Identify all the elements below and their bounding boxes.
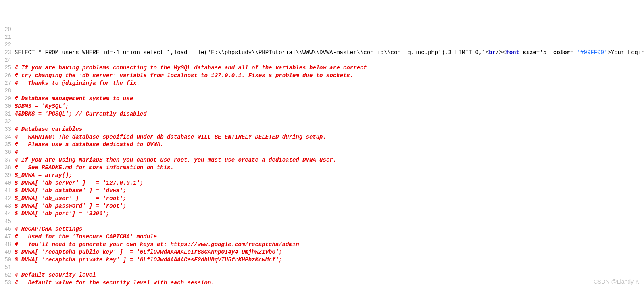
code-line[interactable] bbox=[15, 41, 644, 49]
line-number: 38 bbox=[0, 164, 11, 172]
line-number: 48 bbox=[0, 241, 11, 248]
line-number: 31 bbox=[0, 110, 11, 118]
line-number: 23 bbox=[0, 49, 11, 57]
line-number: 20 bbox=[0, 26, 11, 34]
code-token: $_DVWA[ 'db_user' ] = 'root'; bbox=[15, 195, 126, 202]
code-line[interactable] bbox=[15, 57, 644, 64]
code-token: >Your Login name: bbox=[607, 49, 644, 56]
code-token: # Thanks to @digininja for the fix. bbox=[15, 80, 140, 86]
code-line[interactable]: # Used for the 'Insecure CAPTCHA' module bbox=[15, 233, 644, 241]
code-token: # WARNING: The database specified under … bbox=[15, 134, 326, 140]
code-line[interactable]: # Please use a database dedicated to DVW… bbox=[15, 141, 644, 149]
line-number: 37 bbox=[0, 156, 11, 164]
code-line[interactable]: $_DVWA[ 'recaptcha_private_key' ] = '6Lf… bbox=[15, 256, 644, 264]
line-number: 26 bbox=[0, 72, 11, 80]
line-number: 33 bbox=[0, 126, 11, 133]
code-line[interactable] bbox=[15, 264, 644, 271]
line-number: 53 bbox=[0, 279, 11, 287]
line-number: 42 bbox=[0, 195, 11, 202]
line-number: 52 bbox=[0, 271, 11, 279]
line-number: 29 bbox=[0, 95, 11, 103]
line-number: 46 bbox=[0, 225, 11, 233]
line-number: 22 bbox=[0, 41, 11, 49]
line-number: 44 bbox=[0, 210, 11, 218]
code-line[interactable]: $DBMS = 'MySQL'; bbox=[15, 103, 644, 110]
line-number: 45 bbox=[0, 218, 11, 225]
code-line[interactable] bbox=[15, 87, 644, 95]
code-token: $_DVWA[ 'recaptcha_public_key' ] = '6Lfl… bbox=[15, 249, 282, 255]
code-area[interactable]: SELECT * FROM users WHERE id=-1 union se… bbox=[15, 26, 644, 288]
line-number: 40 bbox=[0, 179, 11, 187]
code-token bbox=[519, 49, 523, 56]
line-number: 51 bbox=[0, 264, 11, 271]
code-token: color bbox=[553, 49, 570, 56]
line-number: 36 bbox=[0, 149, 11, 156]
code-token: # If you are having problems connecting … bbox=[15, 65, 367, 71]
code-token: #$DBMS = 'PGSQL'; // Currently disabled bbox=[15, 111, 147, 117]
code-line[interactable]: $_DVWA[ 'db_password' ] = 'root'; bbox=[15, 202, 644, 210]
code-editor[interactable]: 2021222324252627282930313233343536373839… bbox=[0, 26, 644, 288]
code-line[interactable] bbox=[15, 118, 644, 126]
code-token: $_DVWA[ 'recaptcha_private_key' ] = '6Lf… bbox=[15, 256, 282, 263]
code-line[interactable]: $_DVWA[ 'db_user' ] = 'root'; bbox=[15, 195, 644, 202]
code-line[interactable]: $_DVWA = array(); bbox=[15, 172, 644, 179]
line-number: 25 bbox=[0, 64, 11, 72]
code-line[interactable]: SELECT * FROM users WHERE id=-1 union se… bbox=[15, 49, 644, 57]
code-line[interactable]: # If you are using MariaDB then you cann… bbox=[15, 156, 644, 164]
code-token: # try changing the 'db_server' variable … bbox=[15, 72, 353, 79]
code-line[interactable]: # If you are having problems connecting … bbox=[15, 64, 644, 72]
line-number: 30 bbox=[0, 103, 11, 110]
code-token: '#99FF00' bbox=[577, 49, 608, 56]
code-line[interactable]: $_DVWA[ 'db_database' ] = 'dvwa'; bbox=[15, 187, 644, 195]
code-token: # Used for the 'Insecure CAPTCHA' module bbox=[15, 233, 157, 240]
code-line[interactable] bbox=[15, 218, 644, 225]
code-token: SELECT * FROM users WHERE id=-1 union se… bbox=[15, 49, 489, 56]
line-number: 47 bbox=[0, 233, 11, 241]
code-line[interactable]: # try changing the 'db_server' variable … bbox=[15, 72, 644, 80]
code-line[interactable] bbox=[15, 34, 644, 41]
code-line[interactable]: # WARNING: The database specified under … bbox=[15, 133, 644, 141]
code-line[interactable]: # Thanks to @digininja for the fix. bbox=[15, 80, 644, 87]
code-line[interactable] bbox=[15, 26, 644, 34]
code-line[interactable]: $_DVWA[ 'db_port'] = '3306'; bbox=[15, 210, 644, 218]
code-token: # Database variables bbox=[15, 126, 82, 132]
code-line[interactable]: # Database variables bbox=[15, 126, 644, 133]
code-token: # If you are using MariaDB then you cann… bbox=[15, 157, 336, 163]
code-token: # You'll need to generate your own keys … bbox=[15, 241, 299, 248]
code-line[interactable]: # You'll need to generate your own keys … bbox=[15, 241, 644, 248]
code-line[interactable]: # See README.md for more information on … bbox=[15, 164, 644, 172]
code-token: $_DVWA[ 'db_port'] = '3306'; bbox=[15, 210, 109, 217]
line-number: 43 bbox=[0, 202, 11, 210]
code-token: $DBMS = 'MySQL'; bbox=[15, 103, 69, 109]
line-number: 49 bbox=[0, 248, 11, 256]
code-token: = bbox=[570, 49, 577, 56]
code-token: # Default value for the security level w… bbox=[15, 280, 215, 286]
code-line[interactable]: # Default security level bbox=[15, 271, 644, 279]
code-line[interactable]: # bbox=[15, 149, 644, 156]
line-number: 41 bbox=[0, 187, 11, 195]
code-line[interactable]: #$DBMS = 'PGSQL'; // Currently disabled bbox=[15, 110, 644, 118]
line-number: 35 bbox=[0, 141, 11, 149]
code-line[interactable]: # Default value for the security level w… bbox=[15, 279, 644, 287]
line-number: 21 bbox=[0, 34, 11, 41]
code-line[interactable]: $_DVWA[ 'db_server' ] = '127.0.0.1'; bbox=[15, 179, 644, 187]
code-token: $_DVWA[ 'db_database' ] = 'dvwa'; bbox=[15, 187, 126, 194]
code-token: size bbox=[523, 49, 536, 56]
code-token: # See README.md for more information on … bbox=[15, 164, 174, 171]
code-line[interactable]: $_DVWA[ 'recaptcha_public_key' ] = '6Lfl… bbox=[15, 248, 644, 256]
code-token: # bbox=[15, 149, 18, 156]
line-number-gutter: 2021222324252627282930313233343536373839… bbox=[0, 26, 15, 288]
line-number: 39 bbox=[0, 172, 11, 179]
code-token: ='5' bbox=[536, 49, 553, 56]
line-number: 32 bbox=[0, 118, 11, 126]
line-number: 50 bbox=[0, 256, 11, 264]
line-number: 27 bbox=[0, 80, 11, 87]
code-token: font bbox=[506, 49, 519, 56]
code-token: br bbox=[489, 49, 496, 56]
code-token: # Database management system to use bbox=[15, 95, 133, 102]
line-number: 24 bbox=[0, 57, 11, 64]
code-line[interactable]: # Database management system to use bbox=[15, 95, 644, 103]
code-token: # Please use a database dedicated to DVW… bbox=[15, 141, 164, 148]
code-line[interactable]: # ReCAPTCHA settings bbox=[15, 225, 644, 233]
code-token: # Default security level bbox=[15, 272, 96, 278]
